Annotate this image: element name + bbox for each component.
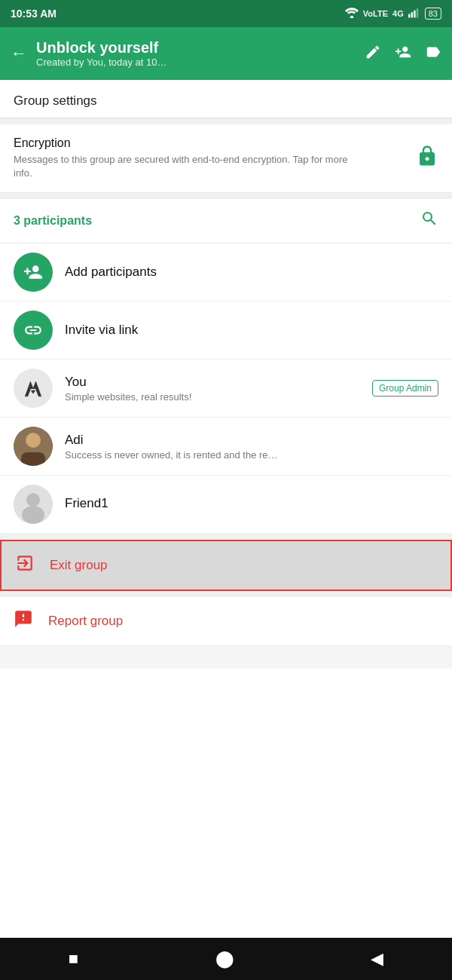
add-person-icon[interactable] bbox=[395, 44, 411, 64]
header-title: Unblock yourself bbox=[36, 39, 356, 57]
svg-rect-2 bbox=[411, 12, 412, 17]
report-icon bbox=[14, 609, 33, 633]
svg-rect-10 bbox=[21, 452, 45, 466]
you-avatar bbox=[14, 369, 53, 408]
adi-name: Adi bbox=[65, 433, 438, 448]
friend1-info: Friend1 bbox=[65, 496, 438, 513]
separator-1 bbox=[0, 118, 452, 124]
signal-icon: VoLTE bbox=[363, 9, 388, 18]
add-participants-avatar bbox=[14, 253, 53, 292]
status-time: 10:53 AM bbox=[11, 8, 56, 20]
status-icons: VoLTE 4G 83 bbox=[345, 8, 441, 20]
search-icon[interactable] bbox=[420, 210, 438, 232]
adi-avatar bbox=[14, 427, 53, 466]
you-status: Simple websites, real results! bbox=[65, 391, 360, 403]
bottom-nav: ■ ⬤ ◀ bbox=[0, 938, 452, 980]
report-group-row[interactable]: Report group bbox=[0, 597, 452, 646]
friend1-avatar bbox=[14, 485, 53, 524]
friend1-name: Friend1 bbox=[65, 496, 438, 511]
network-bars bbox=[408, 8, 420, 20]
separator-4 bbox=[0, 591, 452, 597]
svg-point-14 bbox=[22, 506, 44, 524]
battery-level: 83 bbox=[429, 9, 438, 18]
header-subtitle: Created by You, today at 10… bbox=[36, 57, 356, 68]
4g-icon: 4G bbox=[392, 9, 404, 18]
exit-icon bbox=[15, 553, 35, 577]
you-name: You bbox=[65, 375, 360, 390]
svg-point-0 bbox=[350, 15, 354, 17]
back-button[interactable]: ← bbox=[11, 44, 27, 63]
label-icon[interactable] bbox=[425, 44, 441, 64]
encryption-row[interactable]: Encryption Messages to this group are se… bbox=[0, 124, 452, 193]
svg-rect-3 bbox=[414, 10, 415, 17]
header: ← Unblock yourself Created by You, today… bbox=[0, 27, 452, 80]
exit-group-label: Exit group bbox=[50, 558, 108, 573]
adi-status: Success is never owned, it is rented and… bbox=[65, 449, 438, 461]
exit-group-row[interactable]: Exit group bbox=[0, 540, 452, 591]
participant-row-friend1[interactable]: Friend1 bbox=[0, 476, 452, 534]
separator-3 bbox=[0, 534, 452, 540]
group-admin-badge: Group Admin bbox=[372, 380, 438, 397]
participants-count: 3 participants bbox=[14, 214, 92, 228]
edit-icon[interactable] bbox=[365, 44, 381, 64]
bottom-gray-area bbox=[0, 646, 452, 669]
participants-header: 3 participants bbox=[0, 199, 452, 243]
svg-point-13 bbox=[26, 493, 40, 507]
invite-avatar bbox=[14, 311, 53, 350]
header-actions bbox=[365, 44, 441, 64]
add-participants-label: Add participants bbox=[65, 265, 157, 280]
nav-square-button[interactable]: ■ bbox=[69, 949, 78, 969]
report-group-label: Report group bbox=[48, 614, 123, 629]
wifi-icon bbox=[345, 8, 359, 20]
header-info: Unblock yourself Created by You, today a… bbox=[36, 39, 356, 68]
svg-point-11 bbox=[27, 434, 39, 446]
separator-2 bbox=[0, 193, 452, 199]
you-info: You Simple websites, real results! bbox=[65, 375, 360, 403]
svg-rect-1 bbox=[408, 14, 410, 17]
participant-row-adi[interactable]: Adi Success is never owned, it is rented… bbox=[0, 418, 452, 476]
encryption-desc: Messages to this group are secured with … bbox=[14, 153, 360, 180]
participant-row-you[interactable]: You Simple websites, real results! Group… bbox=[0, 360, 452, 418]
invite-via-link-row[interactable]: Invite via link bbox=[0, 302, 452, 360]
nav-back-button[interactable]: ◀ bbox=[371, 949, 383, 969]
svg-rect-4 bbox=[417, 8, 418, 17]
adi-info: Adi Success is never owned, it is rented… bbox=[65, 433, 438, 461]
group-settings-label: Group settings bbox=[0, 80, 452, 118]
lock-icon bbox=[416, 145, 438, 173]
nav-circle-button[interactable]: ⬤ bbox=[215, 949, 234, 969]
status-bar: 10:53 AM VoLTE 4G 83 bbox=[0, 0, 452, 27]
encryption-title: Encryption bbox=[14, 136, 360, 150]
invite-via-link-label: Invite via link bbox=[65, 323, 138, 338]
battery-icon: 83 bbox=[425, 8, 441, 20]
add-participants-row[interactable]: Add participants bbox=[0, 243, 452, 302]
encryption-text: Encryption Messages to this group are se… bbox=[14, 136, 360, 180]
